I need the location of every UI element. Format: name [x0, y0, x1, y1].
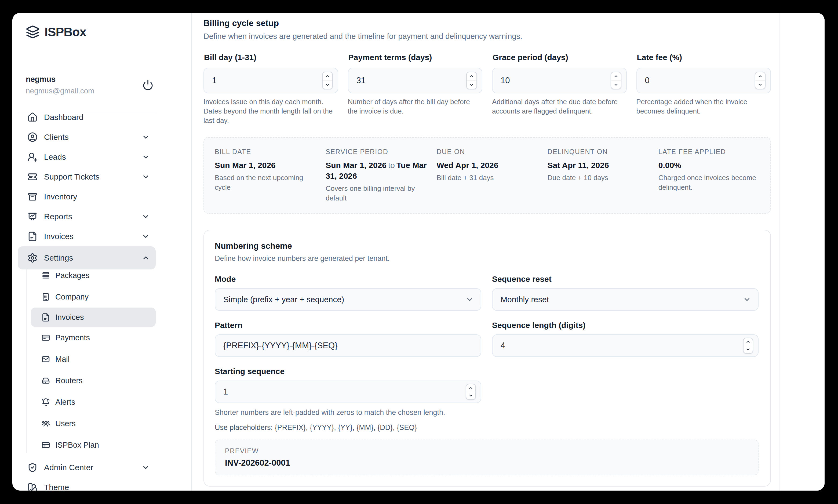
sidebar-item-inventory[interactable]: Inventory — [18, 187, 156, 206]
payment-terms-label: Payment terms (days) — [348, 53, 483, 62]
sidebar-subitem-users[interactable]: Users — [31, 413, 156, 434]
sidebar-item-leads[interactable]: Leads — [18, 147, 156, 167]
late-fee-input[interactable] — [637, 68, 771, 93]
mode-select[interactable]: Simple (prefix + year + sequence) — [215, 288, 481, 311]
bell-icon — [41, 398, 50, 407]
sidebar-item-support-tickets[interactable]: Support Tickets — [18, 167, 156, 187]
sidebar-item-label: Inventory — [44, 192, 77, 201]
app-window: ISPBox negmus negmus@gmail.com Dashboard — [12, 13, 824, 490]
stepper-up-icon — [469, 74, 474, 79]
user-plus-icon — [28, 152, 38, 162]
sidebar-item-reports[interactable]: Reports — [18, 206, 156, 227]
number-stepper[interactable] — [322, 72, 333, 89]
power-icon — [142, 79, 154, 91]
summary-note: Bill date + 31 days — [436, 173, 538, 182]
sequence-length-value[interactable] — [493, 335, 758, 356]
invoice-number-preview: PREVIEW INV-202602-0001 — [215, 439, 759, 475]
sidebar-subitem-mail[interactable]: Mail — [31, 348, 156, 370]
billing-summary-band: BILL DATE Sun Mar 1, 2026 Based on the n… — [203, 137, 771, 214]
credit-card-icon — [41, 333, 50, 342]
logout-button[interactable] — [140, 77, 156, 93]
sidebar-item-invoices[interactable]: Invoices — [18, 227, 156, 246]
sidebar-subitem-label: ISPBox Plan — [55, 441, 99, 450]
sidebar-item-clients[interactable]: Clients — [18, 127, 156, 147]
page-title: Billing cycle setup — [203, 18, 771, 29]
number-stepper[interactable] — [755, 72, 766, 89]
sidebar-footer-nav: Admin Center Theme — [18, 457, 156, 490]
chevron-down-icon — [142, 213, 150, 221]
sequence-reset-select[interactable]: Monthly reset — [492, 288, 759, 311]
sidebar-item-label: Dashboard — [44, 113, 84, 122]
router-icon — [41, 376, 50, 385]
sidebar-subitem-label: Mail — [55, 355, 70, 364]
grace-period-help: Additional days after the due date befor… — [492, 97, 627, 116]
user-circle-icon — [28, 132, 38, 142]
stepper-up-icon — [325, 74, 330, 79]
summary-label: SERVICE PERIOD — [326, 148, 427, 156]
sidebar-subitem-ispbox-plan[interactable]: ISPBox Plan — [31, 434, 156, 456]
sidebar-item-label: Support Tickets — [44, 172, 100, 181]
sidebar-nav: Dashboard Clients Leads — [18, 107, 156, 269]
number-stepper[interactable] — [743, 338, 753, 354]
sequence-reset-label: Sequence reset — [492, 274, 759, 284]
mode-label: Mode — [215, 274, 481, 284]
sidebar-subitem-label: Payments — [55, 333, 90, 342]
starting-sequence-input[interactable] — [215, 381, 481, 403]
sidebar-subitem-label: Users — [55, 419, 76, 428]
late-fee-help: Percentage added when the invoice become… — [637, 97, 771, 116]
right-gutter — [780, 13, 824, 490]
summary-label: BILL DATE — [215, 148, 316, 156]
summary-note: Based on the next upcoming cycle — [215, 173, 316, 192]
sidebar-subitem-label: Alerts — [55, 398, 75, 407]
stepper-down-icon — [758, 83, 763, 87]
chevron-down-icon — [142, 464, 150, 471]
number-stepper[interactable] — [466, 72, 477, 89]
summary-note: Charged once invoices become delinquent. — [658, 173, 760, 192]
sidebar-subitem-packages[interactable]: Packages — [31, 265, 156, 286]
bill-day-value[interactable] — [204, 68, 338, 93]
payment-terms-input[interactable] — [348, 68, 483, 93]
stepper-down-icon — [325, 83, 330, 87]
sidebar-subitem-alerts[interactable]: Alerts — [31, 391, 156, 413]
summary-value: 0.00% — [658, 160, 760, 171]
settings-submenu: Packages Company Invoices — [18, 265, 156, 456]
sidebar-subitem-payments[interactable]: Payments — [31, 327, 156, 348]
starting-sequence-value[interactable] — [215, 381, 481, 402]
number-stepper[interactable] — [611, 72, 621, 89]
sidebar-item-label: Leads — [44, 152, 66, 162]
summary-value: Sat Apr 11, 2026 — [548, 160, 649, 171]
payment-terms-value[interactable] — [349, 68, 482, 93]
sidebar-subitem-invoices[interactable]: Invoices — [31, 308, 156, 327]
sidebar-item-label: Reports — [44, 212, 72, 221]
payment-terms-help: Number of days after the bill day before… — [348, 97, 483, 116]
bill-day-input[interactable] — [203, 68, 338, 93]
app-title: ISPBox — [44, 25, 86, 39]
bill-day-help: Invoices issue on this day each month. D… — [203, 97, 338, 125]
summary-label: DUE ON — [436, 148, 538, 156]
chevron-up-icon — [142, 254, 150, 262]
sidebar-item-admin-center[interactable]: Admin Center — [18, 457, 156, 478]
archive-box-icon — [28, 192, 38, 202]
sidebar-item-dashboard[interactable]: Dashboard — [18, 107, 156, 127]
gear-icon — [28, 253, 38, 263]
late-fee-value[interactable] — [637, 68, 771, 93]
stepper-up-icon — [758, 74, 763, 79]
sidebar-subitem-label: Company — [55, 292, 89, 301]
pattern-label: Pattern — [215, 321, 481, 330]
number-stepper[interactable] — [466, 384, 476, 400]
chevron-down-icon — [743, 295, 751, 304]
grace-period-input[interactable] — [492, 68, 627, 93]
stepper-up-icon — [613, 74, 619, 79]
summary-note: Due date + 10 days — [548, 173, 649, 182]
sequence-length-input[interactable] — [492, 335, 759, 357]
sidebar-subitem-company[interactable]: Company — [31, 286, 156, 308]
stepper-up-icon — [468, 386, 473, 391]
sidebar-item-theme[interactable]: Theme — [18, 478, 156, 490]
ticket-icon — [28, 172, 38, 182]
chevron-down-icon — [142, 133, 150, 141]
pattern-value[interactable] — [215, 335, 481, 356]
grace-period-value[interactable] — [493, 68, 626, 93]
stepper-up-icon — [746, 340, 750, 344]
sidebar-subitem-routers[interactable]: Routers — [31, 370, 156, 391]
pattern-input[interactable] — [215, 335, 481, 357]
